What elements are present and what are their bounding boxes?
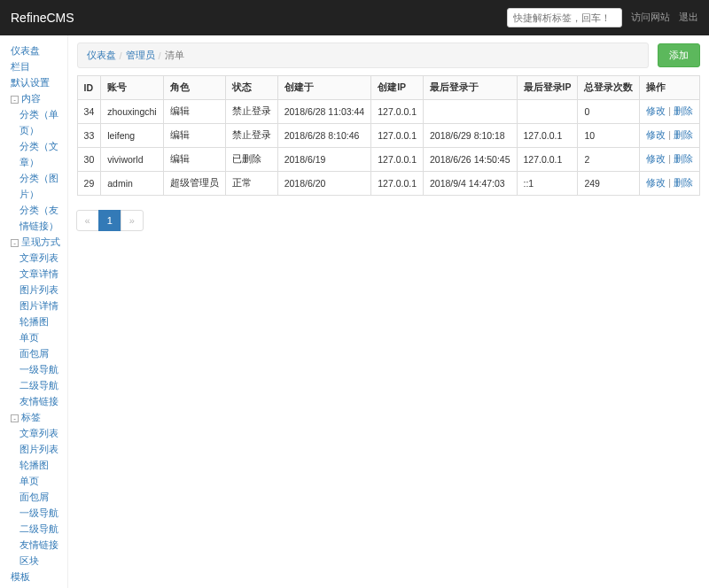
breadcrumb-admin[interactable]: 管理员	[126, 49, 155, 62]
page-next[interactable]: »	[121, 210, 144, 231]
cell-last	[424, 100, 518, 124]
sidebar-item[interactable]: 分类（友情链接）	[19, 205, 58, 231]
sidebar-item[interactable]: 文章详情	[19, 268, 58, 279]
cell-id: 33	[77, 124, 101, 148]
sidebar-item[interactable]: 模板	[11, 571, 30, 582]
sidebar-item[interactable]: 面包屑	[19, 348, 49, 359]
sidebar-item[interactable]: 区块	[19, 555, 39, 566]
sidebar-item[interactable]: 呈现方式	[21, 236, 60, 247]
sidebar-item[interactable]: 文章列表	[19, 252, 58, 263]
sidebar-item[interactable]: 图片列表	[19, 284, 58, 295]
cell-account: viviworld	[101, 148, 163, 172]
col-header: 最后登录于	[424, 76, 518, 100]
sidebar: 仪表盘栏目默认设置-内容分类（单页）分类（文章）分类（图片）分类（友情链接）-呈…	[0, 35, 68, 588]
cell-last: 2018/6/26 14:50:45	[424, 148, 518, 172]
cell-role: 编辑	[163, 148, 225, 172]
col-header: 状态	[225, 76, 277, 100]
sidebar-item[interactable]: 轮播图	[19, 316, 49, 327]
cell-count: 249	[578, 172, 640, 196]
logout-link[interactable]: 退出	[679, 12, 698, 24]
sidebar-item[interactable]: 一级导航	[19, 364, 58, 375]
sidebar-item[interactable]: 文章列表	[19, 428, 58, 438]
cell-lip	[517, 100, 578, 124]
breadcrumb: 仪表盘 / 管理员 / 清单	[77, 43, 649, 68]
sidebar-item[interactable]: 分类（文章）	[19, 141, 58, 167]
cell-last: 2018/6/29 8:10:18	[424, 124, 518, 148]
edit-link[interactable]: 修改	[646, 177, 666, 188]
sidebar-item[interactable]: 图片列表	[19, 444, 58, 454]
cell-role: 超级管理员	[163, 172, 225, 196]
tree-toggle[interactable]: -	[11, 239, 19, 247]
cell-id: 30	[77, 148, 101, 172]
cell-status: 已删除	[225, 148, 277, 172]
topbar: RefineCMS 访问网站 退出	[0, 0, 709, 35]
cell-ops: 修改 | 删除	[640, 100, 700, 124]
table-row: 30viviworld编辑已删除2018/6/19127.0.0.12018/6…	[77, 148, 699, 172]
tree-toggle[interactable]: -	[11, 96, 19, 104]
table-row: 29admin超级管理员正常2018/6/20127.0.0.12018/9/4…	[77, 172, 699, 196]
delete-link[interactable]: 删除	[674, 177, 693, 188]
visit-site-link[interactable]: 访问网站	[631, 12, 670, 24]
cell-lip: ::1	[517, 172, 578, 196]
sidebar-item[interactable]: 栏目	[11, 61, 30, 72]
cell-role: 编辑	[163, 124, 225, 148]
sidebar-item[interactable]: 友情链接	[19, 396, 58, 406]
cell-account: admin	[101, 172, 163, 196]
cell-cip: 127.0.0.1	[371, 172, 424, 196]
cell-ops: 修改 | 删除	[640, 124, 700, 148]
cell-count: 2	[578, 148, 640, 172]
edit-link[interactable]: 修改	[646, 105, 666, 116]
cell-created: 2018/6/20	[277, 172, 371, 196]
delete-link[interactable]: 删除	[674, 153, 693, 164]
delete-link[interactable]: 删除	[674, 129, 693, 140]
cell-created: 2018/6/28 11:03:44	[277, 100, 371, 124]
search-input[interactable]	[507, 8, 622, 27]
col-header: 总登录次数	[578, 76, 640, 100]
cell-cip: 127.0.0.1	[371, 100, 424, 124]
tree-toggle[interactable]: -	[11, 414, 19, 422]
sidebar-item[interactable]: 友情链接	[19, 539, 58, 550]
cell-cip: 127.0.0.1	[371, 148, 424, 172]
sidebar-item[interactable]: 单页	[19, 332, 39, 343]
cell-lip: 127.0.0.1	[517, 124, 578, 148]
sidebar-item[interactable]: 标签	[21, 412, 41, 422]
edit-link[interactable]: 修改	[646, 153, 666, 164]
cell-ops: 修改 | 删除	[640, 148, 700, 172]
cell-account: leifeng	[101, 124, 163, 148]
sidebar-item[interactable]: 分类（图片）	[19, 173, 58, 199]
col-header: 创建IP	[371, 76, 424, 100]
cell-count: 0	[578, 100, 640, 124]
sidebar-item[interactable]: 分类（单页）	[19, 109, 58, 135]
sidebar-item[interactable]: 默认设置	[11, 77, 50, 88]
col-header: 最后登录IP	[517, 76, 578, 100]
sidebar-item[interactable]: 二级导航	[19, 380, 58, 391]
cell-id: 29	[77, 172, 101, 196]
cell-role: 编辑	[163, 100, 225, 124]
sidebar-item[interactable]: 二级导航	[19, 523, 58, 534]
add-button[interactable]: 添加	[658, 43, 700, 67]
cell-ops: 修改 | 删除	[640, 172, 700, 196]
edit-link[interactable]: 修改	[646, 129, 666, 140]
col-header: ID	[77, 76, 101, 100]
cell-created: 2018/6/28 8:10:46	[277, 124, 371, 148]
cell-last: 2018/9/4 14:47:03	[424, 172, 518, 196]
sidebar-item[interactable]: 单页	[19, 476, 39, 486]
delete-link[interactable]: 删除	[674, 105, 693, 116]
sidebar-item[interactable]: 一级导航	[19, 507, 58, 518]
sidebar-item[interactable]: 面包屑	[19, 491, 49, 502]
page-prev[interactable]: «	[76, 210, 99, 231]
sidebar-item[interactable]: 图片详情	[19, 300, 58, 311]
sidebar-item[interactable]: 仪表盘	[11, 45, 40, 56]
page-1[interactable]: 1	[98, 210, 121, 231]
breadcrumb-current: 清单	[165, 49, 184, 62]
cell-status: 禁止登录	[225, 124, 277, 148]
brand: RefineCMS	[11, 11, 74, 25]
sidebar-item[interactable]: 内容	[21, 93, 41, 104]
breadcrumb-dashboard[interactable]: 仪表盘	[87, 49, 116, 62]
col-header: 操作	[640, 76, 700, 100]
pagination: « 1 »	[77, 210, 700, 231]
cell-status: 禁止登录	[225, 100, 277, 124]
sidebar-item[interactable]: 轮播图	[19, 460, 49, 470]
content: 仪表盘 / 管理员 / 清单 添加 ID账号角色状态创建于创建IP最后登录于最后…	[68, 35, 709, 588]
cell-status: 正常	[225, 172, 277, 196]
